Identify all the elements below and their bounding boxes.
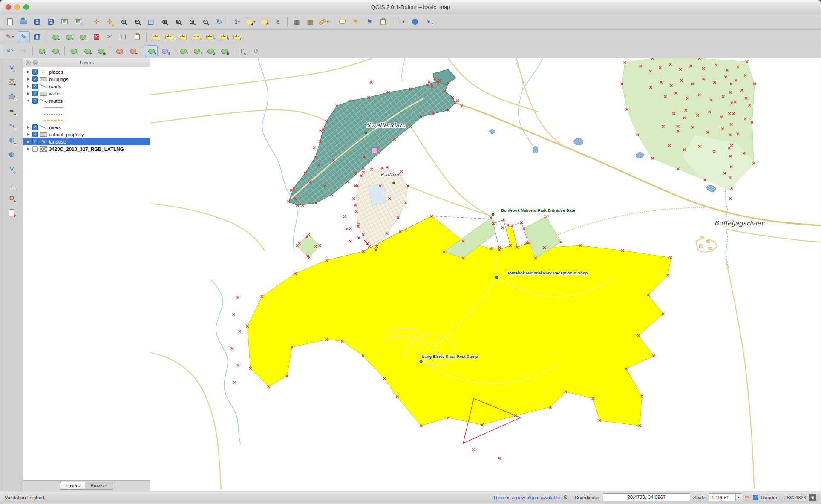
simplify-feature-button[interactable]: ∿ <box>49 45 62 57</box>
map-canvas[interactable]: SwellendamRailtonBontebok National Park … <box>150 58 821 491</box>
add-wms-layer-button[interactable]: ◍+ <box>4 133 20 147</box>
plugin-update-link[interactable]: There is a new plugin available <box>493 495 560 500</box>
layer-visibility-checkbox[interactable]: ✓ <box>32 132 38 137</box>
label-rotate-button[interactable]: abc↻ <box>217 31 230 43</box>
expander-icon[interactable]: ▶ <box>26 140 31 144</box>
new-bookmark-button[interactable]: ⚑ <box>349 16 362 28</box>
zoom-to-layer-button[interactable]: ≡ <box>172 16 184 28</box>
layer-visibility-checkbox[interactable] <box>32 146 38 152</box>
new-print-composer-button[interactable] <box>58 16 71 28</box>
render-checkbox[interactable]: ✓ <box>753 495 758 500</box>
field-calculator-button[interactable]: ▤ <box>304 16 317 28</box>
label-move-button[interactable]: abc✛ <box>204 31 216 43</box>
layer-item-routes[interactable]: ▼✓routes <box>23 97 150 104</box>
add-vector-layer-button[interactable]: V+ <box>4 61 20 74</box>
add-delimited-text-layer-button[interactable]: ,+ <box>4 177 20 190</box>
combo-arrow-icon[interactable]: ▾ <box>735 493 742 501</box>
expander-icon[interactable]: ▶ <box>26 84 31 88</box>
crs-status-button[interactable]: ⊕ <box>809 494 816 501</box>
layer-visibility-checkbox[interactable]: ✓ <box>32 91 38 96</box>
add-feature-button[interactable]: + <box>49 31 62 43</box>
composer-manager-button[interactable]: ◎ <box>72 16 84 28</box>
label-pin-button[interactable]: abc↓ <box>176 31 189 43</box>
layer-item-rivers[interactable]: ▶✓rivers <box>23 124 150 131</box>
whats-this-button[interactable]: ➤? <box>422 16 435 28</box>
expander-icon[interactable]: ▶ <box>26 125 31 129</box>
add-postgis-layer-button[interactable]: + <box>4 90 20 103</box>
labeling-options-button[interactable]: abc <box>149 31 162 43</box>
expander-icon[interactable]: ▶ <box>26 77 31 81</box>
refresh-map-button[interactable]: ↻ <box>213 16 225 28</box>
show-bookmarks-button[interactable]: ⚑ <box>363 16 376 28</box>
layer-visibility-checkbox[interactable]: ✓ <box>32 84 38 89</box>
zoom-window-button[interactable] <box>23 4 29 10</box>
add-wfs-layer-button[interactable]: V◍ <box>4 162 20 176</box>
layer-item-school_property[interactable]: ▶✓school_property <box>23 131 150 138</box>
zoom-in-button[interactable]: + <box>117 16 130 28</box>
new-shapefile-layer-button[interactable]: ✱ <box>4 206 20 219</box>
layer-item-places[interactable]: ▶✓∷places <box>23 68 150 75</box>
move-feature-button[interactable]: ✛ <box>63 31 75 43</box>
layer-visibility-checkbox[interactable]: ✓ <box>32 69 38 75</box>
add-raster-layer-button[interactable]: + <box>4 75 20 89</box>
close-window-button[interactable] <box>6 4 11 10</box>
current-edits-button[interactable]: ✎ <box>3 31 16 43</box>
zoom-out-button[interactable]: − <box>131 16 144 28</box>
add-oracle-layer-button[interactable]: O+ <box>4 191 20 204</box>
rotate-feature-button[interactable]: ↻ <box>35 45 48 57</box>
layer-visibility-checkbox[interactable]: ✓ <box>32 98 38 104</box>
label-highlight-button[interactable]: abc◆ <box>190 31 203 43</box>
layer-visibility-checkbox[interactable]: ✓ <box>32 124 38 130</box>
form-annotation-button[interactable] <box>377 16 389 28</box>
label-properties-button[interactable]: abc⚙ <box>231 31 244 43</box>
reverse-line-button[interactable]: ↺ <box>250 45 262 57</box>
coordinate-input[interactable]: 20.4733,-34.0967 <box>603 493 690 501</box>
expander-icon[interactable]: ▶ <box>26 70 31 74</box>
help-contents-button[interactable] <box>409 16 421 28</box>
reshape-features-button[interactable]: ∩ <box>145 45 158 57</box>
add-spatialite-layer-button[interactable]: ✒+ <box>4 104 20 118</box>
undo-button[interactable]: ↶ <box>3 45 16 57</box>
new-project-button[interactable] <box>3 16 16 28</box>
paste-features-button[interactable] <box>131 31 144 43</box>
map-tips-button[interactable] <box>336 16 349 28</box>
scale-combo[interactable]: 1:19951 ▾ <box>709 493 742 501</box>
pan-to-selection-button[interactable]: ✛▣ <box>104 16 116 28</box>
open-project-button[interactable] <box>17 16 30 28</box>
layer-visibility-checkbox[interactable]: ✓ <box>32 76 38 82</box>
add-wcs-layer-button[interactable]: ◍ <box>4 148 20 161</box>
redo-button[interactable]: ↷ <box>17 45 30 57</box>
layer-symbol-item[interactable] <box>23 111 150 117</box>
save-project-button[interactable] <box>31 16 43 28</box>
open-attribute-table-button[interactable]: ▦ <box>290 16 303 28</box>
add-ring-button[interactable]: ◎ <box>67 45 80 57</box>
label-add-button[interactable]: abc+ <box>163 31 176 43</box>
layer-item-roads[interactable]: ▶✓roads <box>23 83 150 90</box>
split-features-button[interactable]: ∕ <box>177 45 190 57</box>
save-layer-edits-button[interactable]: ✎ <box>31 31 43 43</box>
zoom-next-button[interactable]: ▸ <box>199 16 212 28</box>
toggle-editing-button[interactable]: ✎ <box>17 31 30 43</box>
panel-close-button[interactable]: ✕ <box>26 60 31 65</box>
minimize-window-button[interactable] <box>14 4 20 10</box>
identify-features-button[interactable]: ℹ <box>231 16 244 28</box>
merge-attributes-button[interactable]: ≡ <box>218 45 230 57</box>
split-parts-button[interactable]: ∕ <box>190 45 203 57</box>
delete-part-button[interactable]: − <box>127 45 139 57</box>
deselect-all-button[interactable] <box>258 16 271 28</box>
select-by-expression-button[interactable]: ε <box>272 16 285 28</box>
layer-item-buildings[interactable]: ▶✓buildings <box>23 75 150 83</box>
text-annotation-button[interactable]: T <box>395 16 408 28</box>
cut-features-button[interactable]: ✂ <box>104 31 116 43</box>
tab-layers[interactable]: Layers <box>60 482 85 490</box>
expander-icon[interactable]: ▶ <box>26 92 31 95</box>
layer-symbol-item[interactable] <box>23 104 150 111</box>
delete-selected-button[interactable]: ✕ <box>90 31 103 43</box>
node-tool-button[interactable]: ▫ <box>76 31 89 43</box>
delete-ring-button[interactable]: ◎ <box>113 45 126 57</box>
zoom-to-selection-button[interactable]: ▣ <box>158 16 171 28</box>
merge-features-button[interactable]: ∪ <box>204 45 217 57</box>
expander-icon[interactable]: ▶ <box>26 147 31 151</box>
layer-item-3420C_2010_327_RGB_LATLNG[interactable]: ▶3420C_2010_327_RGB_LATLNG <box>23 145 150 153</box>
pan-map-button[interactable]: ✛ <box>90 16 103 28</box>
